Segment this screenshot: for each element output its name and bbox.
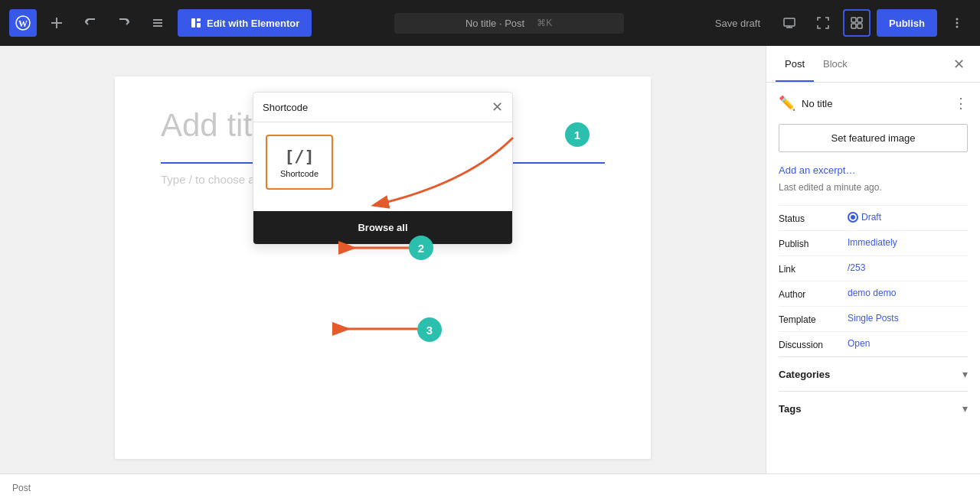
search-text: Shortcode (263, 102, 308, 113)
toolbar-center: No title · Post ⌘K (318, 13, 699, 34)
post-title-bar[interactable]: No title · Post ⌘K (394, 13, 624, 34)
svg-rect-13 (851, 18, 856, 22)
tools-button[interactable] (144, 9, 172, 37)
svg-rect-8 (197, 18, 201, 21)
status-bar-text: Post (12, 483, 31, 493)
tags-section[interactable]: Tags ▾ (779, 391, 968, 425)
svg-rect-9 (197, 23, 201, 28)
discussion-value[interactable]: Open (848, 338, 870, 349)
annotation-1: 1 (565, 122, 590, 147)
author-row: Author demo demo (779, 281, 968, 306)
link-row: Link /253 (779, 255, 968, 281)
template-label: Template (779, 313, 848, 325)
author-label: Author (779, 288, 848, 300)
desktop-view-button[interactable] (776, 9, 803, 37)
more-options-button[interactable] (943, 9, 971, 37)
close-sidebar-button[interactable]: ✕ (947, 50, 971, 79)
tab-block[interactable]: Block (814, 46, 857, 82)
svg-rect-16 (858, 24, 862, 28)
add-block-button[interactable] (43, 9, 70, 37)
last-edited-text: Last edited a minute ago. (779, 182, 968, 193)
settings-button[interactable] (843, 9, 871, 37)
tab-post[interactable]: Post (776, 46, 814, 82)
edit-with-elementor-button[interactable]: Edit with Elementor (178, 9, 312, 37)
status-row: Status Draft (779, 205, 968, 230)
svg-rect-14 (858, 18, 862, 22)
publish-value[interactable]: Immediately (848, 237, 897, 248)
shortcode-icon: [/] (284, 147, 315, 166)
post-menu-button[interactable]: ⋮ (954, 95, 968, 112)
categories-label: Categories (779, 369, 830, 380)
categories-chevron-icon: ▾ (962, 368, 968, 380)
main-layout: Add title Type / to choose a block Short… (0, 46, 980, 473)
discussion-label: Discussion (779, 338, 848, 350)
sidebar-tabs: Post Block ✕ (766, 46, 980, 83)
status-bar: Post (0, 473, 980, 501)
annotation-3: 3 (417, 317, 442, 342)
svg-point-18 (956, 22, 959, 24)
browse-all-button[interactable]: Browse all (253, 211, 512, 244)
svg-point-17 (956, 18, 959, 21)
fullscreen-button[interactable] (809, 9, 837, 37)
post-edit-icon: ✏️ (779, 95, 795, 112)
annotation-2: 2 (409, 236, 433, 260)
close-block-picker-button[interactable]: ✕ (492, 99, 503, 115)
shortcode-block-label: Shortcode (280, 169, 318, 178)
post-header: ✏️ No title ⋮ (779, 95, 968, 112)
redo-button[interactable] (110, 9, 138, 37)
template-value[interactable]: Single Posts (848, 313, 899, 324)
shortcode-block-item[interactable]: [/] Shortcode (266, 135, 333, 190)
template-row: Template Single Posts (779, 306, 968, 331)
add-excerpt-link[interactable]: Add an excerpt… (779, 164, 968, 176)
publish-row: Publish Immediately (779, 230, 968, 255)
right-sidebar: Post Block ✕ ✏️ No title ⋮ Set featured … (766, 46, 980, 473)
toolbar: W Edit with Elementor No title · Post ⌘K… (0, 0, 980, 46)
set-featured-image-button[interactable]: Set featured image (779, 124, 968, 152)
editor-canvas: Add title Type / to choose a block Short… (115, 76, 651, 459)
cmd-k-hint: ⌘K (537, 18, 552, 28)
svg-rect-7 (191, 18, 195, 28)
publish-label: Publish (779, 237, 848, 249)
author-value[interactable]: demo demo (848, 288, 896, 298)
editor-area: Add title Type / to choose a block Short… (0, 46, 766, 473)
block-picker-content: [/] Shortcode (253, 122, 512, 202)
svg-rect-15 (851, 24, 856, 28)
wp-logo: W (9, 9, 37, 37)
status-value[interactable]: Draft (848, 212, 881, 223)
undo-button[interactable] (77, 9, 104, 37)
status-label: Status (779, 212, 848, 224)
svg-text:W: W (18, 18, 28, 29)
tags-label: Tags (779, 403, 801, 415)
discussion-row: Discussion Open (779, 331, 968, 356)
post-name-label: No title (802, 98, 832, 109)
sidebar-content: ✏️ No title ⋮ Set featured image Add an … (766, 83, 980, 473)
save-draft-button[interactable]: Save draft (706, 13, 769, 34)
svg-point-19 (956, 26, 959, 28)
post-title-display: No title · Post (466, 18, 524, 29)
link-label: Link (779, 262, 848, 275)
block-search-bar: Shortcode ✕ (253, 93, 512, 122)
categories-section[interactable]: Categories ▾ (779, 356, 968, 391)
block-picker-popup: Shortcode ✕ [/] Shortcode Browse all (253, 92, 513, 245)
link-value[interactable]: /253 (848, 262, 865, 273)
tags-chevron-icon: ▾ (962, 402, 968, 415)
toolbar-right: Save draft Publish (706, 9, 971, 37)
svg-rect-10 (784, 18, 795, 26)
publish-button[interactable]: Publish (877, 9, 937, 37)
